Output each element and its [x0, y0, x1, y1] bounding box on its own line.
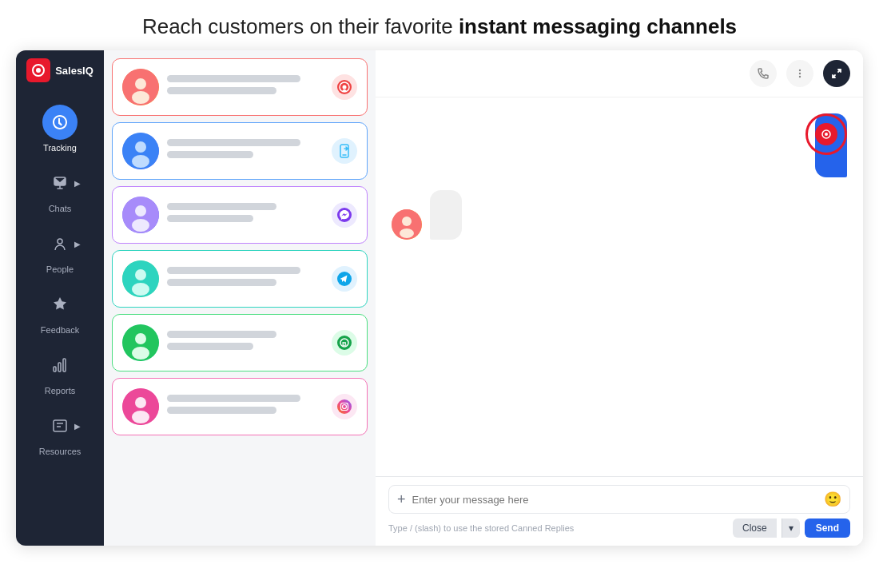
chats-icon-wrap: ▶	[42, 165, 78, 201]
message-bubble-incoming	[430, 190, 462, 240]
chat-line-3a	[167, 203, 276, 210]
svg-point-3	[58, 239, 62, 244]
resources-arrow: ▶	[74, 422, 81, 431]
chat-info-6	[167, 395, 324, 419]
sidebar-item-reports[interactable]: Reports	[16, 341, 104, 402]
chat-list-panel: B	[104, 50, 376, 546]
chat-input-row: + 🙂	[388, 485, 850, 514]
svg-point-16	[132, 155, 149, 168]
svg-point-38	[347, 403, 348, 405]
chat-channel-business-icon: B	[332, 330, 357, 356]
svg-point-24	[132, 283, 149, 296]
salesiq-watermark	[805, 113, 847, 155]
feedback-label: Feedback	[41, 325, 79, 335]
resources-icon-wrap: ▶	[42, 408, 78, 443]
more-options-icon-button[interactable]	[786, 60, 813, 87]
svg-point-35	[337, 399, 352, 414]
chat-info-5	[167, 331, 324, 355]
svg-point-41	[799, 76, 801, 77]
logo-text: SalesIQ	[55, 65, 93, 77]
chat-card-2[interactable]	[112, 122, 368, 180]
attach-icon[interactable]: +	[397, 491, 406, 508]
chat-info-2	[167, 139, 324, 163]
svg-point-40	[799, 73, 801, 74]
app-container: SalesIQ Tracking ▶ Chat	[16, 50, 863, 546]
chat-card-1[interactable]	[112, 58, 368, 116]
svg-rect-4	[54, 367, 56, 371]
chat-channel-support-icon	[332, 74, 357, 100]
sidebar-item-resources[interactable]: ▶ Resources	[16, 402, 104, 463]
chat-line-6a	[167, 395, 300, 402]
close-dropdown-button[interactable]: ▾	[782, 518, 800, 538]
svg-point-39	[799, 70, 801, 71]
chats-label: Chats	[49, 204, 72, 213]
svg-point-9	[135, 78, 146, 89]
svg-point-13	[343, 85, 347, 89]
emoji-icon[interactable]: 🙂	[824, 491, 841, 508]
chat-avatar-3	[122, 197, 159, 233]
chat-channel-instagram-icon	[332, 394, 357, 419]
svg-point-10	[132, 91, 149, 104]
svg-point-21	[337, 208, 352, 222]
incoming-avatar	[392, 209, 422, 240]
message-input[interactable]	[412, 494, 817, 506]
people-label: People	[46, 264, 74, 274]
svg-rect-6	[63, 359, 66, 371]
chat-input-area: + 🙂 Type / (slash) to use the stored Can…	[376, 476, 863, 546]
chat-card-3[interactable]	[112, 186, 368, 244]
chat-input-hint-row: Type / (slash) to use the stored Canned …	[388, 518, 850, 538]
svg-point-34	[132, 411, 149, 423]
chat-main: + 🙂 Type / (slash) to use the stored Can…	[376, 50, 863, 546]
chat-line-1a	[167, 75, 300, 82]
chat-avatar-4	[122, 260, 159, 297]
chat-line-4b	[167, 279, 276, 286]
watermark-circle	[805, 113, 847, 155]
phone-icon-button[interactable]	[750, 60, 777, 87]
chat-card-6[interactable]	[112, 378, 368, 435]
chat-line-6b	[167, 407, 276, 414]
svg-point-1	[36, 68, 41, 73]
chat-line-4a	[167, 267, 300, 274]
chat-header	[376, 50, 863, 97]
svg-point-23	[135, 269, 146, 280]
chat-avatar-1	[122, 69, 159, 105]
headline-prefix: Reach customers on their favorite	[142, 14, 459, 38]
sidebar-item-feedback[interactable]: Feedback	[16, 280, 104, 341]
sidebar-item-tracking[interactable]: Tracking	[16, 98, 104, 159]
reports-icon-wrap	[42, 348, 78, 383]
people-icon-wrap: ▶	[42, 226, 78, 261]
chat-avatar-6	[122, 388, 159, 425]
chat-info-3	[167, 203, 324, 227]
chat-channel-telegram-icon	[332, 266, 357, 292]
svg-point-19	[135, 205, 146, 217]
close-button[interactable]: Close	[733, 518, 777, 538]
svg-text:B: B	[342, 340, 347, 348]
send-button[interactable]: Send	[805, 518, 850, 538]
chat-card-5[interactable]: B	[112, 314, 368, 371]
svg-point-27	[135, 333, 146, 344]
chat-line-2a	[167, 139, 300, 146]
chat-card-4[interactable]	[112, 250, 368, 308]
headline-bold: instant messaging channels	[459, 14, 737, 38]
tracking-icon-wrap	[42, 105, 78, 140]
chat-info-1	[167, 75, 324, 99]
chat-channel-mobile-icon	[332, 138, 357, 164]
svg-rect-5	[58, 363, 61, 371]
chat-line-5a	[167, 331, 276, 338]
chat-avatar-2	[122, 133, 159, 169]
people-arrow: ▶	[74, 240, 81, 248]
watermark-inner	[815, 123, 837, 145]
svg-point-46	[400, 228, 414, 238]
expand-panel-icon-button[interactable]	[823, 60, 850, 87]
chat-input-actions: Close ▾ Send	[733, 518, 850, 538]
chat-line-5b	[167, 343, 253, 350]
svg-point-15	[135, 141, 146, 153]
sidebar-item-chats[interactable]: ▶ Chats	[16, 159, 104, 220]
logo-icon	[26, 58, 50, 82]
chat-avatar-5	[122, 324, 159, 361]
chat-channel-messenger-icon	[332, 202, 357, 228]
sidebar: SalesIQ Tracking ▶ Chat	[16, 50, 104, 546]
sidebar-item-people[interactable]: ▶ People	[16, 220, 104, 280]
tracking-label: Tracking	[43, 143, 77, 153]
chat-info-4	[167, 267, 324, 291]
